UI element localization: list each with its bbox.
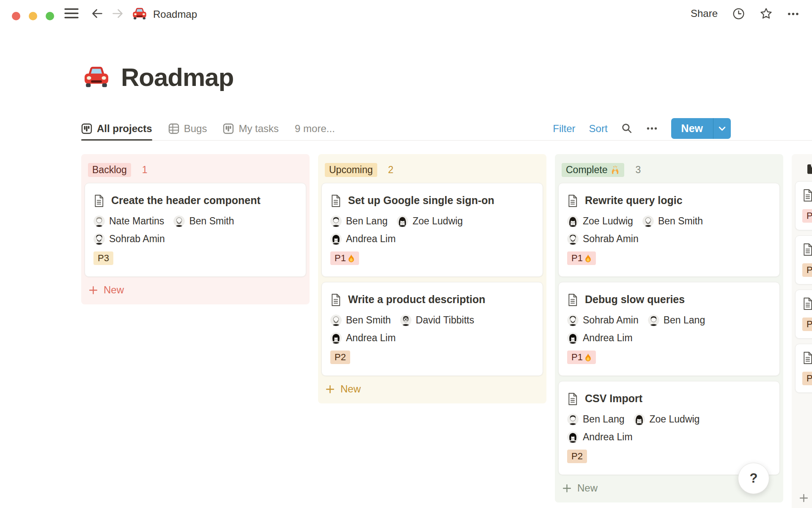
- avatar: [567, 431, 579, 443]
- assignee-name: Zoe Ludwig: [412, 215, 463, 227]
- column-cards: Rewrite query logic Zoe Ludwig Ben Smith…: [555, 183, 783, 475]
- tab-label: All projects: [97, 123, 152, 135]
- tab-9-more-[interactable]: 9 more...: [295, 117, 335, 140]
- assignee: Andrea Lim: [567, 332, 633, 344]
- column-name: Complete: [566, 164, 607, 176]
- close-button[interactable]: [12, 12, 20, 20]
- assignee-name: Andrea Lim: [583, 332, 633, 344]
- assignee-name: Zoe Ludwig: [649, 414, 700, 425]
- chevron-down-icon[interactable]: [713, 118, 731, 139]
- minimize-button[interactable]: [29, 12, 37, 20]
- more-icon[interactable]: [787, 8, 799, 19]
- assignee-name: Ben Lang: [664, 315, 705, 326]
- avatar: [93, 233, 105, 245]
- tag-row: P1: [567, 351, 771, 364]
- assignee: Zoe Ludwig: [397, 215, 463, 227]
- tab-label: My tasks: [239, 123, 279, 135]
- assignee: Nate Martins: [93, 215, 164, 227]
- column-status-badge[interactable]: Complete: [562, 163, 624, 177]
- tag-row: P2: [802, 372, 812, 385]
- menu-icon[interactable]: [64, 8, 79, 19]
- assignee-row: Sohrab Amin Ben Lang: [567, 315, 771, 326]
- column-cards: Create the header component Nate Martins…: [81, 183, 310, 277]
- tag-label: P2: [807, 265, 812, 276]
- forward-arrow-icon[interactable]: [111, 8, 124, 19]
- page-title: Roadmap: [121, 63, 233, 92]
- assignee: Zoe Ludwig: [634, 414, 700, 425]
- column-name: Backlog: [92, 164, 127, 176]
- avatar: [173, 215, 185, 227]
- zoom-button[interactable]: [46, 12, 54, 20]
- add-card-button[interactable]: New: [792, 485, 812, 507]
- tab-bugs[interactable]: Bugs: [168, 117, 207, 140]
- column-header: Upcoming2: [318, 154, 546, 183]
- board-card[interactable]: Create the header component Nate Martins…: [85, 183, 306, 277]
- assignee-name: Ben Lang: [346, 215, 387, 227]
- tab-all-projects[interactable]: All projects: [81, 117, 152, 140]
- tag-row: P1: [330, 251, 534, 265]
- plus-icon: [799, 493, 809, 503]
- table-view-icon: [168, 123, 179, 134]
- column-count: 2: [388, 164, 394, 176]
- car-icon: [83, 65, 110, 89]
- add-card-button[interactable]: New: [81, 277, 310, 299]
- assignee: Andrea Lim: [330, 233, 396, 245]
- tab-my-tasks[interactable]: My tasks: [223, 117, 279, 140]
- board-card[interactable]: P1: [795, 181, 812, 230]
- assignee-row: Andrea Lim: [330, 233, 534, 245]
- help-button[interactable]: ?: [738, 463, 769, 494]
- priority-tag: P2: [330, 351, 350, 364]
- board-card[interactable]: Rewrite query logic Zoe Ludwig Ben Smith…: [558, 183, 780, 277]
- board-card[interactable]: Set up Google single sign-on Ben Lang Zo…: [321, 183, 543, 277]
- assignee-name: Andrea Lim: [346, 332, 396, 344]
- assignee-list: Ben Lang Zoe Ludwig Andrea Lim: [567, 414, 771, 443]
- page-icon: [330, 194, 341, 207]
- column-upcoming: Upcoming2 Set up Google single sign-on B…: [318, 154, 546, 403]
- window-titlebar: Roadmap Share: [0, 0, 812, 27]
- board-view-icon: [223, 123, 234, 134]
- board-card[interactable]: P2: [795, 290, 812, 339]
- assignee-row: Sohrab Amin: [567, 233, 771, 245]
- column-status-badge[interactable]: Backlog: [88, 163, 131, 177]
- card-title-row: CSV Import: [567, 392, 771, 406]
- page-icon: [802, 189, 812, 202]
- tag-label: P1: [335, 253, 346, 264]
- inbox-icon: [807, 163, 812, 175]
- board-card[interactable]: Write a product description Ben Smith Da…: [321, 282, 543, 376]
- assignee: Sohrab Amin: [567, 315, 639, 326]
- column-name: Upcoming: [329, 164, 373, 176]
- more-icon[interactable]: [646, 123, 658, 134]
- assignee-name: Ben Smith: [346, 315, 391, 326]
- clock-icon[interactable]: [732, 7, 745, 20]
- add-card-button[interactable]: New: [318, 376, 546, 398]
- page-icon: [93, 194, 104, 207]
- star-icon[interactable]: [760, 7, 773, 20]
- tag-label: P3: [98, 253, 109, 264]
- column-status-badge[interactable]: Upcoming: [325, 163, 377, 177]
- tag-row: P3: [93, 251, 297, 265]
- new-button[interactable]: New: [671, 118, 713, 139]
- assignee: Andrea Lim: [567, 431, 633, 443]
- board-card[interactable]: P2: [795, 235, 812, 284]
- search-icon[interactable]: [621, 123, 633, 134]
- sort-button[interactable]: Sort: [589, 123, 608, 135]
- plus-icon: [562, 483, 572, 493]
- board-card[interactable]: Debug slow queries Sohrab Amin Ben Lang …: [558, 282, 780, 376]
- assignee: Ben Lang: [567, 414, 624, 425]
- breadcrumb[interactable]: Roadmap: [132, 7, 197, 22]
- flame-icon: [584, 353, 592, 362]
- filter-button[interactable]: Filter: [553, 123, 575, 135]
- flame-icon: [347, 254, 355, 263]
- back-arrow-icon[interactable]: [91, 8, 104, 19]
- page-icon: [330, 293, 341, 306]
- priority-tag: P1: [330, 251, 359, 265]
- share-button[interactable]: Share: [691, 8, 718, 19]
- assignee-list: Ben Lang Zoe Ludwig Andrea Lim: [330, 215, 534, 245]
- assignee-name: David Tibbitts: [416, 315, 474, 326]
- board-card[interactable]: P2: [795, 344, 812, 393]
- priority-tag: P2: [802, 263, 812, 277]
- assignee-row: Sohrab Amin: [93, 233, 297, 245]
- board-card[interactable]: CSV Import Ben Lang Zoe Ludwig Andrea Li…: [558, 381, 780, 475]
- assignee-name: Zoe Ludwig: [583, 215, 633, 227]
- card-title: Create the header component: [111, 194, 261, 207]
